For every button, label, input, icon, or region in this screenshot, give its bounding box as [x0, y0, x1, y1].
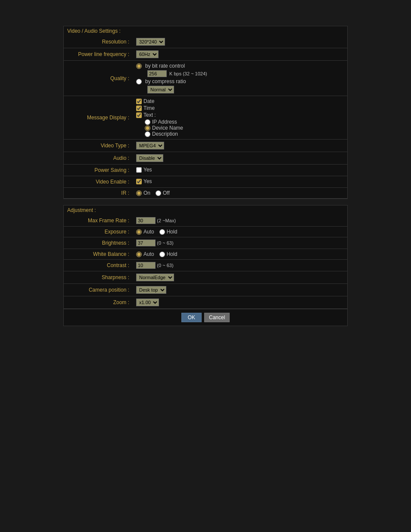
description-radio-item: Description: [136, 131, 344, 137]
adjustment-title: Adjustment :: [64, 205, 347, 215]
power-line-label: Power line frequency :: [64, 48, 133, 61]
video-enable-yes-label: Yes: [143, 178, 152, 184]
video-type-row: Video Type : MPEG4 MJPEG: [64, 140, 347, 152]
description-radio[interactable]: [145, 131, 150, 137]
brightness-input[interactable]: [136, 240, 156, 246]
resolution-row: Resolution : 320*240 640*480 160*120: [64, 36, 347, 48]
power-saving-label: Power Saving :: [64, 165, 133, 176]
white-balance-radio-group: Auto Hold: [136, 251, 344, 257]
exposure-value-cell: Auto Hold: [133, 227, 347, 237]
bit-rate-row: by bit rate control: [136, 63, 344, 69]
white-balance-row: White Balance : Auto Hold: [64, 249, 347, 260]
quality-label: Quality :: [64, 61, 133, 96]
ir-value-cell: On Off: [133, 188, 347, 199]
time-checkbox[interactable]: [136, 106, 142, 111]
max-frame-rate-label: Max Frame Rate :: [64, 215, 133, 227]
white-balance-hold-item: Hold: [159, 251, 177, 257]
brightness-label: Brightness :: [64, 237, 133, 249]
page-container: Video / Audio Settings : Resolution : 32…: [9, 9, 402, 532]
contrast-input[interactable]: [136, 262, 156, 269]
power-saving-checkbox[interactable]: [136, 167, 142, 173]
camera-position-value-cell: Desk top Ceiling: [133, 284, 347, 296]
ir-label: IR :: [64, 188, 133, 199]
resolution-value-cell: 320*240 640*480 160*120: [133, 36, 347, 48]
device-name-radio[interactable]: [145, 125, 150, 131]
exposure-row: Exposure : Auto Hold: [64, 227, 347, 237]
contrast-label: Contrast :: [64, 260, 133, 271]
ok-button[interactable]: OK: [181, 313, 202, 322]
text-label: Text :: [143, 112, 156, 118]
white-balance-auto-label: Auto: [143, 251, 154, 257]
video-enable-checkbox-item: Yes: [136, 178, 344, 184]
white-balance-value-cell: Auto Hold: [133, 249, 347, 260]
max-frame-rate-hint: (2 ~Max): [157, 218, 176, 223]
camera-position-label: Camera position :: [64, 284, 133, 296]
date-checkbox[interactable]: [136, 99, 142, 104]
max-frame-rate-input[interactable]: [136, 217, 156, 224]
ir-off-radio[interactable]: [156, 190, 161, 196]
camera-position-select[interactable]: Desk top Ceiling: [136, 286, 166, 294]
ip-address-label: IP Address: [152, 119, 177, 125]
compress-select[interactable]: Normal High Low: [147, 86, 174, 93]
bit-rate-label: by bit rate control: [145, 63, 185, 69]
sharpness-label: Sharpness :: [64, 271, 133, 284]
white-balance-auto-radio[interactable]: [136, 252, 142, 257]
bit-rate-input[interactable]: [147, 70, 167, 77]
brightness-value-cell: (0 ~ 63): [133, 237, 347, 249]
exposure-radio-group: Auto Hold: [136, 229, 344, 235]
power-line-value-cell: 60Hz 50Hz: [133, 48, 347, 61]
resolution-select[interactable]: 320*240 640*480 160*120: [136, 38, 165, 46]
video-enable-checkbox[interactable]: [136, 179, 142, 184]
zoom-select[interactable]: x1.00 x2.00 x4.00: [136, 299, 159, 306]
device-name-label: Device Name: [152, 125, 183, 131]
camera-position-row: Camera position : Desk top Ceiling: [64, 284, 347, 296]
message-display-label: Message Display :: [64, 96, 133, 140]
white-balance-hold-label: Hold: [167, 251, 177, 257]
date-checkbox-item: Date: [136, 98, 344, 104]
date-label: Date: [143, 98, 154, 104]
video-type-label: Video Type :: [64, 140, 133, 152]
power-line-row: Power line frequency : 60Hz 50Hz: [64, 48, 347, 61]
quality-section: by bit rate control K bps (32 ~ 1024) by…: [136, 63, 344, 93]
video-type-value-cell: MPEG4 MJPEG: [133, 140, 347, 152]
audio-value-cell: Disable Enable: [133, 152, 347, 165]
ip-address-radio[interactable]: [145, 119, 150, 125]
video-type-select[interactable]: MPEG4 MJPEG: [136, 142, 164, 149]
sharpness-value-cell: NormalEdge Soft Hard: [133, 271, 347, 284]
text-checkbox-item: Text :: [136, 112, 344, 118]
ip-address-radio-item: IP Address: [136, 119, 344, 125]
exposure-auto-item: Auto: [136, 229, 154, 235]
ir-on-item: On: [136, 190, 150, 196]
power-line-select[interactable]: 60Hz 50Hz: [136, 50, 159, 58]
brightness-row: Brightness : (0 ~ 63): [64, 237, 347, 249]
power-saving-yes-label: Yes: [143, 167, 152, 173]
exposure-hold-radio[interactable]: [159, 229, 165, 235]
sharpness-row: Sharpness : NormalEdge Soft Hard: [64, 271, 347, 284]
quality-value-cell: by bit rate control K bps (32 ~ 1024) by…: [133, 61, 347, 96]
white-balance-hold-radio[interactable]: [159, 252, 165, 257]
bit-rate-hint: K bps (32 ~ 1024): [169, 71, 207, 76]
brightness-hint: (0 ~ 63): [157, 240, 173, 246]
ir-on-radio[interactable]: [136, 190, 142, 196]
text-checkbox[interactable]: [136, 112, 142, 118]
exposure-auto-label: Auto: [143, 229, 154, 235]
audio-row: Audio : Disable Enable: [64, 152, 347, 165]
compress-radio[interactable]: [136, 79, 142, 84]
bit-rate-radio[interactable]: [136, 63, 142, 69]
compress-value-row: Normal High Low: [136, 86, 344, 93]
audio-select[interactable]: Disable Enable: [136, 154, 163, 162]
power-saving-value-cell: Yes: [133, 165, 347, 176]
cancel-button[interactable]: Cancel: [204, 313, 230, 322]
compress-row: by compress ratio: [136, 78, 344, 84]
contrast-hint: (0 ~ 63): [157, 263, 173, 268]
exposure-label: Exposure :: [64, 227, 133, 237]
buttons-row: OK Cancel: [64, 309, 347, 326]
adjustment-panel: Adjustment : Max Frame Rate : (2 ~Max) E…: [63, 205, 348, 326]
contrast-row: Contrast : (0 ~ 63): [64, 260, 347, 271]
sharpness-select[interactable]: NormalEdge Soft Hard: [136, 274, 174, 281]
audio-label: Audio :: [64, 152, 133, 165]
message-display-row: Message Display : Date Time: [64, 96, 347, 140]
zoom-row: Zoom : x1.00 x2.00 x4.00: [64, 296, 347, 309]
message-display-options: Date Time Text : IP Address: [136, 98, 344, 137]
exposure-auto-radio[interactable]: [136, 229, 142, 235]
